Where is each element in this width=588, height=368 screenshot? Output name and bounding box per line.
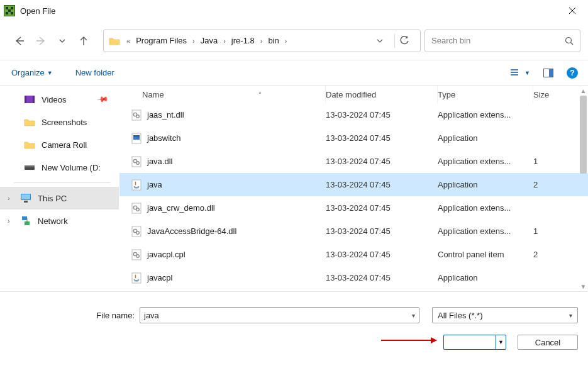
sidebar-item-this-pc[interactable]: ›This PC [0,187,119,209]
sidebar-item-new-volume[interactable]: New Volume (D: [0,156,119,179]
scrollbar[interactable]: ▲ ▼ [579,86,588,291]
filename-input[interactable]: java ▾ [140,307,419,323]
file-name: jaas_nt.dll [147,110,184,120]
svg-rect-2 [8,9,11,12]
file-row[interactable]: jabswitch13-03-2024 07:45Application [119,126,588,150]
folder-icon [109,36,120,45]
file-type: Application [438,180,533,189]
pin-icon: 📌 [96,93,109,106]
sidebar-item-camera-roll[interactable]: Camera Roll [0,133,119,156]
file-date: 13-03-2024 07:45 [326,157,438,166]
sidebar-item-network[interactable]: ›Network [0,209,119,232]
svg-rect-23 [133,135,140,137]
file-type: Application extens... [438,226,533,236]
file-row[interactable]: java.dll13-03-2024 07:45Application exte… [119,150,588,173]
column-header-date[interactable]: Date modified [326,86,438,103]
search-input[interactable]: Search bin [424,30,580,52]
breadcrumb-segment[interactable]: Program Files [134,36,189,45]
file-row[interactable]: java_crw_demo.dll13-03-2024 07:45Applica… [119,196,588,220]
forward-button[interactable] [33,33,49,49]
cancel-button[interactable]: Cancel [518,335,578,350]
main-content: Videos📌ScreenshotsCamera RollNew Volume … [0,86,588,292]
breadcrumb-segment[interactable]: bin [266,36,280,45]
caret-down-icon[interactable]: ▼ [524,70,530,76]
help-button[interactable]: ? [567,67,578,79]
file-row[interactable]: javacpl13-03-2024 07:45Application [119,266,588,289]
network-icon [20,215,31,226]
file-type-filter[interactable]: All Files (*.*) ▾ [432,307,578,323]
back-button[interactable] [11,33,28,49]
svg-rect-37 [132,273,141,283]
sidebar-item-label: Network [38,216,68,226]
file-icon [131,133,142,144]
breadcrumb-segment[interactable]: Java [199,36,219,45]
video-icon [24,94,35,105]
sidebar: Videos📌ScreenshotsCamera RollNew Volume … [0,86,119,291]
pc-icon [20,192,31,204]
file-name: java.dll [147,157,172,166]
file-date: 13-03-2024 07:45 [326,250,438,259]
file-icon [131,226,142,237]
scroll-thumb[interactable] [580,96,587,174]
file-row[interactable]: javacpl.cpl13-03-2024 07:45Control panel… [119,243,588,266]
breadcrumb-overflow-icon[interactable]: « [125,37,131,45]
svg-rect-0 [6,7,8,9]
file-date: 13-03-2024 07:45 [326,110,438,120]
scroll-down-button[interactable]: ▼ [579,281,588,291]
search-icon [565,36,574,45]
sidebar-item-label: This PC [38,194,67,203]
open-button[interactable]: Open ▼ [443,335,506,350]
file-type: Application [438,133,533,143]
new-folder-button[interactable]: New folder [74,67,116,79]
file-row[interactable]: JavaAccessBridge-64.dll13-03-2024 07:45A… [119,220,588,243]
file-name: java_crw_demo.dll [147,203,215,213]
file-row[interactable]: java13-03-2024 07:45Application2 [119,173,588,196]
up-button[interactable] [75,33,92,49]
caret-down-icon[interactable]: ▾ [569,312,572,319]
sidebar-item-screenshots[interactable]: Screenshots [0,111,119,133]
svg-rect-15 [24,201,28,203]
caret-down-icon: ▼ [47,70,53,76]
file-type: Application extens... [438,157,533,166]
file-icon [131,272,142,284]
organize-button[interactable]: Organize▼ [10,67,54,79]
search-placeholder: Search bin [431,36,565,45]
scroll-track[interactable] [579,96,588,281]
file-icon [131,179,142,191]
column-header-type[interactable]: Type [438,86,533,103]
file-date: 13-03-2024 07:45 [326,203,438,213]
chevron-right-icon[interactable]: › [8,217,10,225]
breadcrumb-segment[interactable]: jre-1.8 [230,36,257,45]
file-date: 13-03-2024 07:45 [326,180,438,189]
column-header-name[interactable]: Name˄ [131,86,326,103]
close-button[interactable] [563,1,582,20]
file-type: Control panel item [438,250,533,259]
svg-rect-27 [132,180,141,190]
breadcrumb-dropdown-button[interactable] [377,38,389,44]
recent-locations-button[interactable] [54,33,70,49]
file-type: Application extens... [438,110,533,120]
svg-rect-9 [25,96,26,103]
file-row[interactable]: jaas_nt.dll13-03-2024 07:45Application e… [119,103,588,126]
caret-down-icon[interactable]: ▾ [412,312,415,319]
svg-rect-7 [549,69,553,77]
toolbar: Organize▼ New folder ▼ ? [0,60,588,86]
nav-bar: « Program Files › Java › jre-1.8 › bin ›… [0,21,588,60]
view-options-button[interactable] [508,66,522,80]
open-dropdown-button[interactable]: ▼ [496,335,506,349]
chevron-right-icon[interactable]: › [222,37,227,45]
chevron-right-icon[interactable]: › [191,37,196,45]
footer: File name: java ▾ All Files (*.*) ▾ Open… [0,292,588,357]
svg-rect-4 [11,12,13,14]
breadcrumb[interactable]: « Program Files › Java › jre-1.8 › bin › [103,30,421,52]
titlebar: Open File [0,0,588,21]
chevron-right-icon[interactable]: › [8,194,10,202]
preview-pane-button[interactable] [541,66,555,80]
sidebar-item-videos[interactable]: Videos📌 [0,88,119,111]
chevron-right-icon[interactable]: › [284,37,289,45]
file-name: jabswitch [147,133,180,143]
sidebar-item-label: Camera Roll [42,140,87,150]
scroll-up-button[interactable]: ▲ [579,86,588,96]
chevron-right-icon[interactable]: › [259,37,264,45]
refresh-button[interactable] [400,36,418,45]
